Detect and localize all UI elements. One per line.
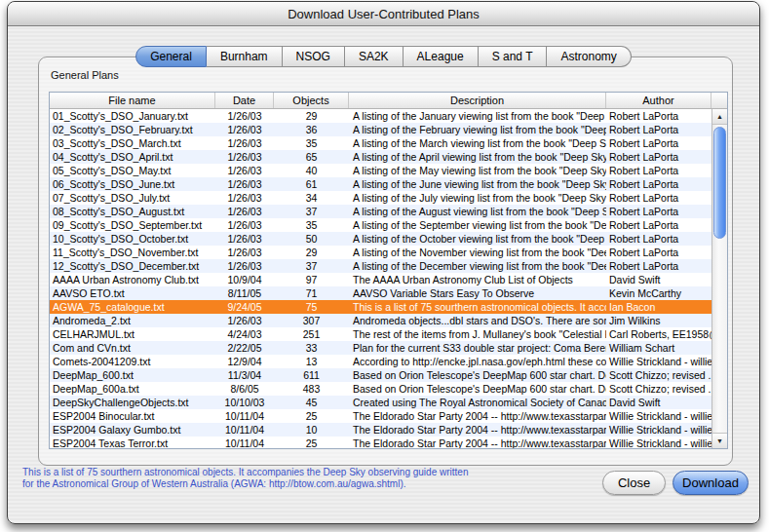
cell-objects: 36 [274, 123, 349, 136]
cell-author: Willie Strickland - willie... [606, 355, 711, 368]
scroll-down-button[interactable]: ▼ [712, 433, 727, 448]
table-row[interactable]: CELHARJMUL.txt4/24/03251The rest of the … [50, 327, 711, 341]
cell-description: Based on Orion Telescope's DeepMap 600 s… [349, 368, 606, 382]
vertical-scrollbar[interactable]: ▲ ▼ [711, 109, 727, 448]
cell-description: A listing of the February viewing list f… [349, 123, 606, 136]
cell-author: Robert LaPorta [606, 123, 711, 136]
tab-aleague[interactable]: ALeague [404, 46, 479, 67]
tab-pane: General Plans File nameDateObjectsDescri… [38, 57, 733, 466]
tab-sa2k[interactable]: SA2K [345, 46, 404, 67]
table-row[interactable]: 10_Scotty's_DSO_October.txt1/26/0350A li… [50, 232, 711, 246]
cell-date: 1/26/03 [215, 218, 274, 232]
title-bar[interactable]: Download User-Contributed Plans [8, 2, 759, 26]
scroll-up-button[interactable]: ▲ [712, 109, 727, 125]
table-row[interactable]: Andromeda_2.txt1/26/03307Andromeda objec… [50, 314, 711, 327]
table-row[interactable]: DeepSkyChallengeObjects.txt10/10/0345Cre… [50, 396, 711, 409]
cell-objects: 37 [274, 259, 349, 273]
table-row[interactable]: Comets-20041209.txt12/9/0413According to… [50, 355, 711, 368]
cell-file: 02_Scotty's_DSO_February.txt [50, 123, 215, 136]
download-button[interactable]: Download [673, 471, 749, 495]
cell-objects: 40 [274, 164, 349, 177]
cell-description: A listing of the August viewing list fro… [349, 205, 606, 218]
table-row[interactable]: AGWA_75_catalogue.txt9/24/0575This is a … [50, 300, 711, 314]
cell-date: 1/26/03 [215, 205, 274, 218]
cell-date: 1/26/03 [215, 314, 274, 327]
cell-date: 4/24/03 [215, 327, 274, 341]
table-row[interactable]: AAAA Urban Astronomy Club.txt10/9/0497Th… [50, 273, 711, 286]
cell-objects: 75 [274, 300, 349, 314]
cell-file: ESP2004 Galaxy Gumbo.txt [50, 423, 215, 437]
cell-description: The Eldorado Star Party 2004 -- http://w… [349, 423, 606, 437]
table-row[interactable]: 11_Scotty's_DSO_November.txt1/26/0329A l… [50, 246, 711, 259]
cell-date: 11/3/04 [215, 368, 274, 382]
tab-nsog[interactable]: NSOG [283, 46, 345, 67]
cell-objects: 13 [274, 355, 349, 368]
cell-description: This is a list of 75 sourthern astronomi… [349, 300, 606, 314]
tab-astronomy[interactable]: Astronomy [547, 46, 631, 67]
cell-author: Robert LaPorta [606, 136, 711, 150]
table-row[interactable]: DeepMap_600.txt11/3/04611Based on Orion … [50, 368, 711, 382]
table-row[interactable]: 06_Scotty's_DSO_June.txt1/26/0361A listi… [50, 177, 711, 191]
cell-author: Scott Chizzo; revised ... [606, 382, 711, 396]
table-row[interactable]: Com and CVn.txt2/22/0533Plan for the cur… [50, 341, 711, 355]
window-title: Download User-Contributed Plans [288, 7, 480, 21]
tab-s-and-t[interactable]: S and T [479, 46, 548, 67]
table-row[interactable]: 07_Scotty's_DSO_July.txt1/26/0334A listi… [50, 191, 711, 205]
cell-file: ESP2004 Texas Terror.txt [50, 437, 215, 448]
cell-date: 10/9/04 [215, 273, 274, 286]
cell-file: Comets-20041209.txt [50, 355, 215, 368]
cell-objects: 25 [274, 409, 349, 423]
table-row[interactable]: 03_Scotty's_DSO_March.txt1/26/0335A list… [50, 136, 711, 150]
table-row[interactable]: DeepMap_600a.txt8/6/05483Based on Orion … [50, 382, 711, 396]
cell-description: A listing of the March viewing list from… [349, 136, 606, 150]
cell-date: 12/9/04 [215, 355, 274, 368]
table-row[interactable]: 12_Scotty's_DSO_December.txt1/26/0337A l… [50, 259, 711, 273]
cell-objects: 25 [274, 437, 349, 448]
table-row[interactable]: 08_Scotty's_DSO_August.txt1/26/0337A lis… [50, 205, 711, 218]
column-header-objects[interactable]: Objects [274, 93, 349, 108]
cell-author: Willie Strickland - willie... [606, 423, 711, 437]
close-button[interactable]: Close [602, 471, 666, 495]
cell-date: 9/24/05 [215, 300, 274, 314]
tab-general[interactable]: General [135, 46, 207, 67]
scrollbar-thumb[interactable] [713, 127, 726, 239]
cell-author: Willie Strickland - willie... [606, 437, 711, 448]
cell-description: A listing of the May viewing list from t… [349, 164, 606, 177]
table-row[interactable]: 09_Scotty's_DSO_September.txt1/26/0335A … [50, 218, 711, 232]
column-header-description[interactable]: Description [349, 93, 606, 108]
cell-objects: 33 [274, 341, 349, 355]
column-header-author[interactable]: Author [606, 93, 711, 108]
cell-author: Robert LaPorta [606, 164, 711, 177]
column-header-date[interactable]: Date [215, 93, 274, 108]
table-row[interactable]: 05_Scotty's_DSO_May.txt1/26/0340A listin… [50, 164, 711, 177]
cell-objects: 251 [274, 327, 349, 341]
table-body: 01_Scotty's_DSO_January.txt1/26/0329A li… [50, 109, 711, 448]
table-row[interactable]: 04_Scotty's_DSO_April.txt1/26/0365A list… [50, 150, 711, 164]
table-row[interactable]: ESP2004 Texas Terror.txt10/11/0425The El… [50, 437, 711, 448]
tab-burnham[interactable]: Burnham [207, 46, 283, 67]
cell-objects: 65 [274, 150, 349, 164]
cell-author: Robert LaPorta [606, 191, 711, 205]
cell-description: A listing of the January viewing list fr… [349, 109, 606, 123]
table-row[interactable]: AAVSO ETO.txt8/11/0571AAVSO Variable Sta… [50, 286, 711, 300]
cell-author: Robert LaPorta [606, 150, 711, 164]
cell-author: Robert LaPorta [606, 205, 711, 218]
cell-file: 07_Scotty's_DSO_July.txt [50, 191, 215, 205]
cell-file: 12_Scotty's_DSO_December.txt [50, 259, 215, 273]
cell-author: Carl Roberts, EE1958@... [606, 327, 711, 341]
status-text: This is a list of 75 sourthern astronomi… [22, 467, 568, 490]
cell-author: Robert LaPorta [606, 177, 711, 191]
cell-date: 1/26/03 [215, 177, 274, 191]
table-row[interactable]: 02_Scotty's_DSO_February.txt1/26/0336A l… [50, 123, 711, 136]
cell-description: The Eldorado Star Party 2004 -- http://w… [349, 409, 606, 423]
cell-objects: 611 [274, 368, 349, 382]
cell-date: 2/22/05 [215, 341, 274, 355]
table-row[interactable]: ESP2004 Galaxy Gumbo.txt10/11/0410The El… [50, 423, 711, 437]
table-row[interactable]: 01_Scotty's_DSO_January.txt1/26/0329A li… [50, 109, 711, 123]
column-header-file-name[interactable]: File name [50, 93, 215, 108]
cell-description: Based on Orion Telescope's DeepMap 600 s… [349, 382, 606, 396]
cell-author: Willie Strickland - willie... [606, 409, 711, 423]
table-row[interactable]: ESP2004 Binocular.txt10/11/0425The Eldor… [50, 409, 711, 423]
cell-date: 10/10/03 [215, 396, 274, 409]
cell-date: 8/6/05 [215, 382, 274, 396]
